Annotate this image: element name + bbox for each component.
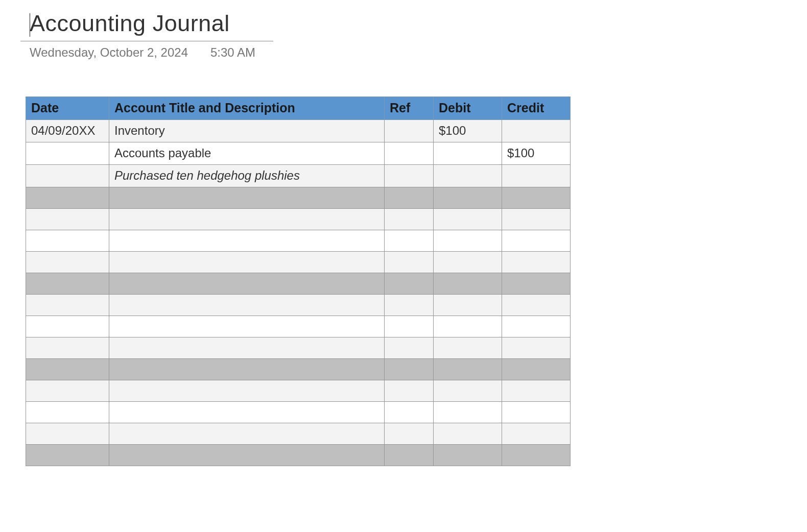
table-cell[interactable] xyxy=(109,230,385,252)
table-cell[interactable] xyxy=(109,359,385,380)
table-cell[interactable] xyxy=(385,295,434,316)
col-header-ref[interactable]: Ref xyxy=(385,97,434,120)
table-cell[interactable] xyxy=(434,402,502,423)
table-cell[interactable] xyxy=(26,423,109,445)
table-cell[interactable] xyxy=(385,187,434,209)
table-cell[interactable] xyxy=(502,187,571,209)
table-cell[interactable] xyxy=(434,295,502,316)
table-cell[interactable] xyxy=(26,187,109,209)
table-row xyxy=(26,445,571,466)
page-meta: Wednesday, October 2, 2024 5:30 AM xyxy=(20,41,787,60)
table-cell[interactable] xyxy=(385,316,434,337)
table-cell[interactable] xyxy=(26,316,109,337)
table-cell[interactable] xyxy=(502,230,571,252)
table-cell[interactable] xyxy=(26,273,109,295)
col-header-debit[interactable]: Debit xyxy=(434,97,502,120)
table-cell[interactable] xyxy=(502,209,571,230)
table-cell[interactable] xyxy=(502,380,571,402)
table-cell[interactable] xyxy=(109,337,385,359)
table-cell[interactable] xyxy=(26,295,109,316)
table-cell[interactable] xyxy=(434,359,502,380)
table-cell[interactable] xyxy=(385,120,434,142)
table-cell[interactable] xyxy=(385,273,434,295)
table-cell[interactable] xyxy=(109,209,385,230)
table-cell[interactable]: 04/09/20XX xyxy=(26,120,109,142)
table-cell[interactable] xyxy=(502,252,571,273)
table-cell[interactable] xyxy=(502,359,571,380)
table-cell[interactable] xyxy=(385,337,434,359)
table-row xyxy=(26,380,571,402)
col-header-credit[interactable]: Credit xyxy=(502,97,571,120)
table-cell[interactable] xyxy=(385,230,434,252)
table-cell[interactable] xyxy=(502,165,571,187)
table-cell[interactable] xyxy=(109,295,385,316)
table-row xyxy=(26,187,571,209)
table-cell[interactable] xyxy=(26,165,109,187)
page-title[interactable]: Accounting Journal xyxy=(20,10,273,41)
table-cell[interactable] xyxy=(434,445,502,466)
table-cell[interactable] xyxy=(385,445,434,466)
col-header-date[interactable]: Date xyxy=(26,97,109,120)
table-cell[interactable] xyxy=(434,273,502,295)
table-cell[interactable] xyxy=(502,445,571,466)
table-cell[interactable] xyxy=(26,230,109,252)
table-cell[interactable] xyxy=(385,423,434,445)
table-row xyxy=(26,209,571,230)
table-cell[interactable] xyxy=(26,380,109,402)
table-cell[interactable] xyxy=(434,316,502,337)
table-cell[interactable] xyxy=(502,402,571,423)
table-cell[interactable] xyxy=(26,337,109,359)
table-cell[interactable] xyxy=(502,295,571,316)
table-cell[interactable] xyxy=(385,252,434,273)
table-cell[interactable] xyxy=(26,252,109,273)
table-cell[interactable] xyxy=(109,187,385,209)
page-date: Wednesday, October 2, 2024 xyxy=(30,45,188,60)
table-cell[interactable] xyxy=(502,120,571,142)
table-cell[interactable] xyxy=(109,402,385,423)
table-cell[interactable] xyxy=(109,445,385,466)
table-cell[interactable] xyxy=(26,142,109,165)
table-cell[interactable]: Purchased ten hedgehog plushies xyxy=(109,165,385,187)
table-cell[interactable] xyxy=(434,252,502,273)
table-cell[interactable] xyxy=(385,165,434,187)
journal-table[interactable]: Date Account Title and Description Ref D… xyxy=(26,96,571,466)
table-cell[interactable] xyxy=(434,423,502,445)
table-cell[interactable] xyxy=(385,359,434,380)
table-cell[interactable] xyxy=(434,142,502,165)
table-row: Purchased ten hedgehog plushies xyxy=(26,165,571,187)
table-row: 04/09/20XXInventory$100 xyxy=(26,120,571,142)
table-cell[interactable]: Accounts payable xyxy=(109,142,385,165)
table-cell[interactable] xyxy=(434,230,502,252)
table-cell[interactable] xyxy=(434,165,502,187)
table-cell[interactable] xyxy=(26,209,109,230)
table-cell[interactable] xyxy=(109,252,385,273)
table-cell[interactable] xyxy=(502,316,571,337)
table-cell[interactable] xyxy=(502,273,571,295)
journal-table-wrap: Date Account Title and Description Ref D… xyxy=(26,96,787,466)
table-cell[interactable] xyxy=(109,316,385,337)
table-cell[interactable] xyxy=(434,187,502,209)
table-cell[interactable] xyxy=(385,380,434,402)
table-cell[interactable] xyxy=(385,142,434,165)
table-cell[interactable] xyxy=(434,337,502,359)
table-cell[interactable] xyxy=(434,380,502,402)
table-cell[interactable] xyxy=(26,359,109,380)
text-cursor xyxy=(30,13,30,37)
table-cell[interactable] xyxy=(502,337,571,359)
table-cell[interactable] xyxy=(434,209,502,230)
table-row xyxy=(26,295,571,316)
page-title-text: Accounting Journal xyxy=(30,10,230,36)
table-cell[interactable] xyxy=(26,445,109,466)
table-cell[interactable]: $100 xyxy=(502,142,571,165)
col-header-desc[interactable]: Account Title and Description xyxy=(109,97,385,120)
table-cell[interactable] xyxy=(109,380,385,402)
table-cell[interactable] xyxy=(109,423,385,445)
table-cell[interactable] xyxy=(502,423,571,445)
table-cell[interactable] xyxy=(385,402,434,423)
table-cell[interactable] xyxy=(385,209,434,230)
table-cell[interactable] xyxy=(109,273,385,295)
journal-body: 04/09/20XXInventory$100Accounts payable$… xyxy=(26,120,571,466)
table-cell[interactable]: $100 xyxy=(434,120,502,142)
table-cell[interactable]: Inventory xyxy=(109,120,385,142)
table-cell[interactable] xyxy=(26,402,109,423)
